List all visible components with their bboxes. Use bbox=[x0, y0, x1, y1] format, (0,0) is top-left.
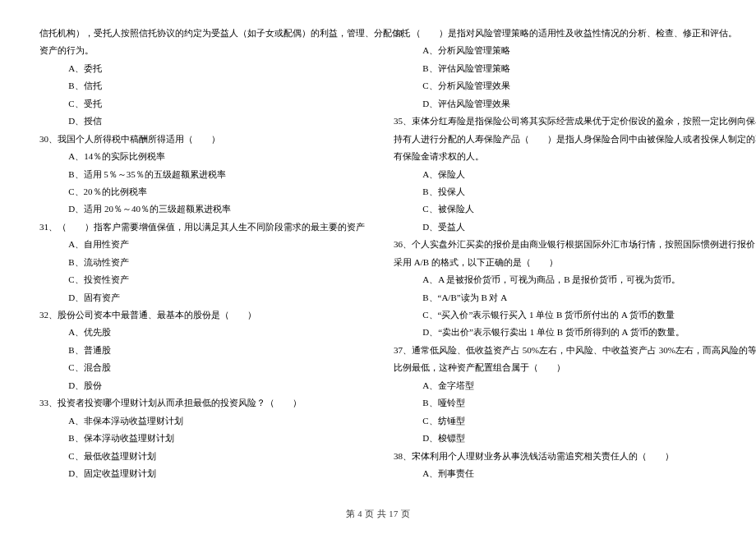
q35-option-b: B、投保人 bbox=[394, 183, 717, 200]
q32-stem: 32、股份公司资本中最普通、最基本的股份是（ ） bbox=[39, 306, 362, 324]
q36-stem-1: 36、个人实盘外汇买卖的报价是由商业银行根据国际外汇市场行情，按照国际惯例进行报… bbox=[394, 236, 717, 253]
left-column: 信托机构），受托人按照信托协议的约定为受益人（如子女或配偶）的利益，管理、分配信… bbox=[39, 25, 362, 482]
q35-stem-1: 35、束体分红寿险是指保险公司将其实际经营成果优于定价假设的盈余，按照一定比例向… bbox=[394, 113, 717, 130]
q31-option-b: B、流动性资产 bbox=[39, 254, 362, 271]
q35-option-d: D、受益人 bbox=[394, 219, 717, 236]
q33-option-a: A、非保本浮动收益理财计划 bbox=[39, 412, 362, 430]
q31-option-d: D、固有资产 bbox=[39, 289, 362, 306]
q30-option-d: D、适用 20％～40％的三级超额累进税率 bbox=[39, 200, 362, 218]
q36-option-a: A、A 是被报价货币，可视为商品，B 是报价货币，可视为货币。 bbox=[394, 271, 717, 288]
q33-stem: 33、投资者投资哪个理财计划从而承担最低的投资风险？（ ） bbox=[39, 394, 362, 412]
q34-stem: 34、（ ）是指对风险管理策略的适用性及收益性情况的分析、检查、修正和评估。 bbox=[394, 25, 717, 42]
q29-intro-1: 信托机构），受托人按照信托协议的约定为受益人（如子女或配偶）的利益，管理、分配信… bbox=[39, 25, 362, 42]
q33-option-b: B、保本浮动收益理财计划 bbox=[39, 430, 362, 447]
q38-stem: 38、宋体利用个人理财业务从事洗钱活动需追究相关责任人的（ ） bbox=[394, 448, 717, 465]
q37-option-d: D、梭镖型 bbox=[394, 430, 717, 447]
q31-stem: 31、（ ）指客户需要增值保值，用以满足其人生不同阶段需求的最主要的资产 bbox=[39, 219, 362, 236]
q32-option-a: A、优先股 bbox=[39, 324, 362, 341]
q37-option-b: B、哑铃型 bbox=[394, 394, 717, 412]
q35-stem-2: 持有人进行分配的人寿保险产品（ ）是指人身保险合同中由被保险人或者投保人制定的享 bbox=[394, 131, 717, 148]
q29-option-a: A、委托 bbox=[39, 60, 362, 77]
q35-option-c: C、被保险人 bbox=[394, 200, 717, 218]
q34-option-a: A、分析风险管理策略 bbox=[394, 42, 717, 59]
q32-option-c: C、混合股 bbox=[39, 359, 362, 376]
q29-option-b: B、信托 bbox=[39, 77, 362, 94]
q34-option-d: D、评估风险管理效果 bbox=[394, 95, 717, 113]
q32-option-d: D、股份 bbox=[39, 377, 362, 394]
q37-stem-1: 37、通常低风险、低收益资产占 50%左右，中风险、中收益资产占 30%左右，而… bbox=[394, 342, 717, 359]
q30-option-c: C、20％的比例税率 bbox=[39, 183, 362, 200]
q36-option-d: D、“卖出价”表示银行卖出 1 单位 B 货币所得到的 A 货币的数量。 bbox=[394, 324, 717, 341]
q37-option-c: C、纺锤型 bbox=[394, 412, 717, 430]
q37-option-a: A、金字塔型 bbox=[394, 377, 717, 394]
q34-option-b: B、评估风险管理策略 bbox=[394, 60, 717, 77]
q34-option-c: C、分析风险管理效果 bbox=[394, 77, 717, 94]
q37-stem-2: 比例最低，这种资产配置组合属于（ ） bbox=[394, 359, 717, 376]
q38-option-a: A、刑事责任 bbox=[394, 465, 717, 482]
right-column: 34、（ ）是指对风险管理策略的适用性及收益性情况的分析、检查、修正和评估。 A… bbox=[394, 25, 717, 482]
q33-option-c: C、最低收益理财计划 bbox=[39, 448, 362, 465]
q29-option-c: C、受托 bbox=[39, 95, 362, 113]
q36-option-c: C、“买入价”表示银行买入 1 单位 B 货币所付出的 A 货币的数量 bbox=[394, 306, 717, 324]
q36-stem-2: 采用 A/B 的格式，以下正确的是（ ） bbox=[394, 254, 717, 271]
q30-stem: 30、我国个人所得税中稿酬所得适用（ ） bbox=[39, 131, 362, 148]
q31-option-c: C、投资性资产 bbox=[39, 271, 362, 288]
q35-option-a: A、保险人 bbox=[394, 166, 717, 183]
q36-option-b: B、“A/B”读为 B 对 A bbox=[394, 289, 717, 306]
q32-option-b: B、普通股 bbox=[39, 342, 362, 359]
q30-option-b: B、适用 5％～35％的五级超额累进税率 bbox=[39, 166, 362, 183]
page-footer: 第 4 页 共 17 页 bbox=[0, 506, 756, 522]
q31-option-a: A、自用性资产 bbox=[39, 236, 362, 253]
q29-option-d: D、授信 bbox=[39, 113, 362, 130]
q33-option-d: D、固定收益理财计划 bbox=[39, 465, 362, 482]
q30-option-a: A、14％的实际比例税率 bbox=[39, 148, 362, 165]
exam-page: 信托机构），受托人按照信托协议的约定为受益人（如子女或配偶）的利益，管理、分配信… bbox=[0, 0, 756, 482]
q29-intro-2: 资产的行为。 bbox=[39, 42, 362, 59]
q35-stem-3: 有保险金请求权的人。 bbox=[394, 148, 717, 165]
